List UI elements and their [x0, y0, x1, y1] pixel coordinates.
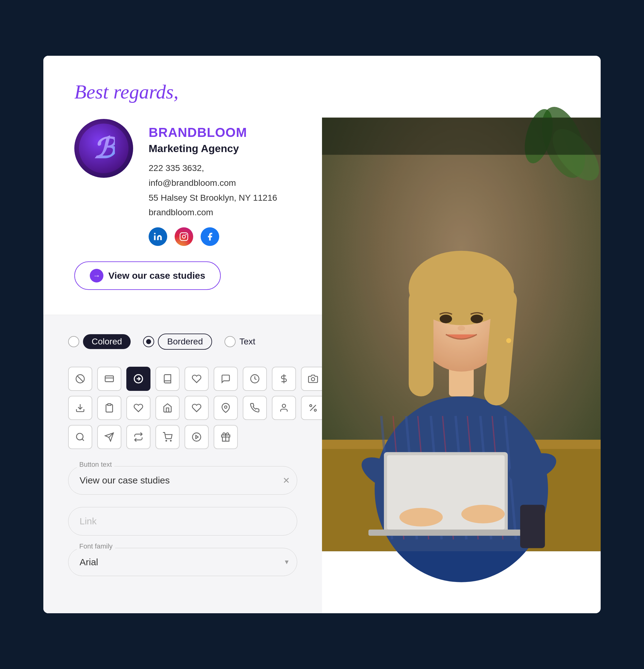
signature-preview: Best regards, ℬ BRANDBLOOM Marketing Age… [43, 56, 322, 315]
icon-card[interactable] [97, 367, 121, 391]
instagram-icon[interactable] [175, 227, 193, 246]
bordered-label: Bordered [158, 333, 212, 350]
text-option[interactable]: Text [225, 336, 255, 347]
brand-name: BRANDBLOOM [148, 125, 291, 140]
svg-point-16 [282, 404, 286, 408]
icon-play[interactable] [185, 425, 209, 449]
svg-rect-1 [180, 232, 188, 240]
background-photo [322, 56, 601, 613]
social-icons-row [148, 227, 291, 246]
icon-heart[interactable] [185, 396, 209, 420]
button-text-input[interactable] [68, 466, 297, 495]
colored-label: Colored [83, 334, 131, 349]
text-radio[interactable] [225, 336, 235, 347]
style-radio-group: Colored Bordered Text [68, 333, 297, 350]
svg-point-2 [182, 235, 185, 238]
icon-chat[interactable] [214, 367, 238, 391]
svg-point-20 [76, 433, 83, 440]
svg-rect-14 [108, 403, 111, 405]
icon-grid [68, 367, 297, 449]
brand-contact-line3: brandbloom.com [148, 205, 291, 220]
colored-radio[interactable] [68, 336, 79, 347]
brand-subtitle: Marketing Agency [148, 142, 291, 155]
font-family-select[interactable]: Arial Georgia Times New Roman Helvetica … [68, 548, 297, 576]
svg-point-12 [312, 378, 315, 381]
right-photo-panel [322, 56, 601, 613]
linkedin-icon[interactable] [148, 227, 167, 246]
icon-share[interactable] [126, 425, 151, 449]
icon-handshake[interactable] [185, 367, 209, 391]
bordered-option[interactable]: Bordered [143, 333, 212, 350]
clear-button-text[interactable]: ✕ [283, 475, 290, 485]
icon-pin[interactable] [214, 396, 238, 420]
icon-clock[interactable] [243, 367, 267, 391]
link-field-container [68, 507, 297, 536]
brand-row: ℬ BRANDBLOOM Marketing Agency 222 335 36… [74, 119, 291, 246]
left-panel: Best regards, ℬ BRANDBLOOM Marketing Age… [43, 56, 322, 613]
colored-option[interactable]: Colored [68, 334, 131, 349]
brand-logo: ℬ [74, 119, 133, 178]
icon-camera[interactable] [301, 367, 325, 391]
icon-book[interactable] [155, 367, 180, 391]
brand-logo-inner: ℬ [79, 124, 128, 173]
svg-point-26 [192, 433, 201, 441]
icon-user[interactable] [272, 396, 296, 420]
font-family-select-wrapper: Arial Georgia Times New Roman Helvetica … [68, 548, 297, 576]
view-btn-label: View our case studies [109, 270, 205, 281]
icon-phone[interactable] [243, 396, 267, 420]
icon-send[interactable] [97, 425, 121, 449]
icon-search[interactable] [68, 425, 92, 449]
font-family-field: Font family Arial Georgia Times New Roma… [68, 548, 297, 576]
icon-home[interactable] [155, 396, 180, 420]
svg-point-0 [154, 232, 156, 234]
brand-contact-line2: 55 Halsey St Brooklyn, NY 11216 [148, 190, 291, 205]
arrow-icon: → [90, 269, 103, 283]
icon-cart[interactable] [155, 425, 180, 449]
svg-point-18 [310, 404, 312, 407]
svg-line-17 [310, 405, 316, 411]
svg-point-3 [185, 234, 187, 235]
svg-rect-6 [105, 376, 114, 382]
svg-point-25 [170, 440, 171, 441]
link-input[interactable] [68, 507, 297, 536]
button-text-label: Button text [77, 460, 114, 469]
svg-rect-66 [322, 118, 601, 155]
icon-heart-hand[interactable] [126, 396, 151, 420]
icon-clipboard[interactable] [97, 396, 121, 420]
svg-rect-65 [322, 118, 601, 551]
icon-arrow-right[interactable] [126, 367, 151, 391]
view-case-studies-button[interactable]: → View our case studies [74, 261, 221, 290]
icon-gift[interactable] [214, 425, 238, 449]
icon-ban[interactable] [68, 367, 92, 391]
bordered-radio[interactable] [143, 336, 154, 347]
icon-dollar[interactable] [272, 367, 296, 391]
controls-section: Colored Bordered Text [43, 315, 322, 613]
button-text-field: Button text ✕ [68, 466, 297, 495]
brand-contact-line1: 222 335 3632, info@brandbloom.com [148, 161, 291, 190]
facebook-icon[interactable] [201, 227, 219, 246]
text-label: Text [239, 337, 255, 346]
font-family-label: Font family [77, 542, 115, 550]
greeting-text: Best regards, [74, 81, 291, 103]
svg-point-19 [314, 409, 316, 411]
brand-letter: ℬ [93, 132, 115, 165]
svg-line-21 [82, 439, 84, 441]
svg-point-15 [225, 406, 227, 408]
svg-marker-27 [196, 435, 198, 439]
svg-line-5 [77, 376, 83, 382]
icon-percent[interactable] [301, 396, 325, 420]
brand-info: BRANDBLOOM Marketing Agency 222 335 3632… [148, 119, 291, 246]
svg-point-24 [166, 440, 167, 441]
main-container: Best regards, ℬ BRANDBLOOM Marketing Age… [43, 56, 601, 613]
icon-download[interactable] [68, 396, 92, 420]
